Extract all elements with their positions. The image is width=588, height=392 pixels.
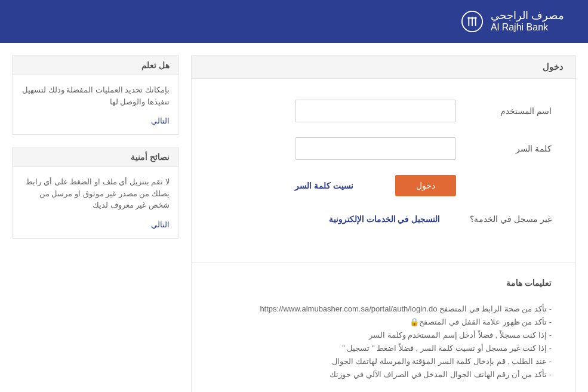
security-title: نصائح أمنية bbox=[13, 147, 178, 167]
username-label: اسم المستخدم bbox=[474, 106, 552, 116]
button-row: دخول نسيت كلمة السر bbox=[216, 175, 456, 196]
instructions-title: تعليمات هامة bbox=[216, 278, 552, 288]
password-row: كلمة السر bbox=[216, 137, 552, 160]
sidebar: هل تعلم بإمكانك تحديد العمليات المفضلة و… bbox=[12, 55, 179, 392]
bank-logo: مصرف الراجحي Al Rajhi Bank bbox=[461, 10, 564, 33]
instruction-item: إذا كنت مسجلاً , فضلاً أدخل إسم المستخدم… bbox=[216, 329, 552, 342]
logo-english: Al Rajhi Bank bbox=[491, 22, 548, 33]
tips-panel: هل تعلم بإمكانك تحديد العمليات المفضلة و… bbox=[12, 55, 179, 135]
forgot-password-link[interactable]: نسيت كلمة السر bbox=[295, 181, 353, 190]
logo-arabic: مصرف الراجحي bbox=[491, 10, 564, 22]
instruction-item: عند الطلب , قم بإدخال كلمة السر المؤقتة … bbox=[216, 355, 552, 368]
main-container: دخول اسم المستخدم كلمة السر دخول نسيت كل… bbox=[0, 43, 588, 392]
login-form: اسم المستخدم كلمة السر دخول نسيت كلمة ال… bbox=[192, 79, 575, 263]
tips-title: هل تعلم bbox=[13, 55, 178, 75]
tips-body: بإمكانك تحديد العمليات المفضلة وذلك لتسه… bbox=[13, 75, 178, 116]
instruction-item: تأكد من صحة الرابط في المتصفح https://ww… bbox=[216, 303, 552, 316]
not-registered-text: غير مسجل في الخدمة؟ bbox=[470, 214, 552, 224]
security-body: لا تقم بتنزيل أي ملف او الضغط على أي راب… bbox=[13, 167, 178, 220]
security-panel: نصائح أمنية لا تقم بتنزيل أي ملف او الضغ… bbox=[12, 147, 179, 239]
instruction-item: تأكد من أن رقم الهاتف الجوال المدخل في ا… bbox=[216, 368, 552, 381]
login-button[interactable]: دخول bbox=[395, 175, 456, 196]
tips-next-link[interactable]: التالي bbox=[13, 116, 178, 134]
login-panel: دخول اسم المستخدم كلمة السر دخول نسيت كل… bbox=[191, 55, 576, 392]
username-row: اسم المستخدم bbox=[216, 100, 552, 122]
password-input[interactable] bbox=[295, 137, 456, 160]
security-next-link[interactable]: التالي bbox=[13, 220, 178, 238]
instruction-item: إذا كنت غير مسجل أو نسيت كلمة السر , فضل… bbox=[216, 342, 552, 355]
register-link[interactable]: التسجيل في الخدمات الإلكترونية bbox=[329, 214, 441, 224]
login-title: دخول bbox=[192, 55, 575, 79]
logo-text: مصرف الراجحي Al Rajhi Bank bbox=[491, 10, 564, 32]
username-input[interactable] bbox=[295, 100, 456, 122]
header: مصرف الراجحي Al Rajhi Bank bbox=[0, 0, 588, 43]
password-label: كلمة السر bbox=[474, 144, 552, 153]
register-row: غير مسجل في الخدمة؟ التسجيل في الخدمات ا… bbox=[216, 214, 552, 224]
instructions-section: تعليمات هامة تأكد من صحة الرابط في المتص… bbox=[192, 263, 575, 392]
instruction-item: تأكد من ظهور علامة القفل في المتصفح🔒 bbox=[216, 316, 552, 329]
bank-logo-icon bbox=[461, 10, 484, 33]
instructions-list: تأكد من صحة الرابط في المتصفح https://ww… bbox=[216, 303, 552, 382]
